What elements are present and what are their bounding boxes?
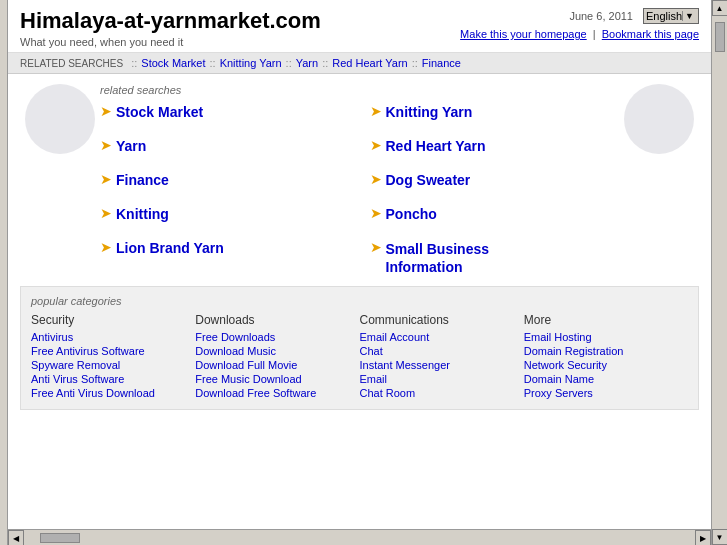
popular-link-free-anti-virus-download[interactable]: Free Anti Virus Download: [31, 387, 195, 399]
search-col-left: ➤ Stock Market ➤ Yarn ➤ Finance: [100, 104, 350, 276]
scroll-down-btn[interactable]: ▼: [712, 529, 728, 545]
popular-link-anti-virus-software[interactable]: Anti Virus Software: [31, 373, 195, 385]
search-item-knitting: ➤ Knitting: [100, 206, 350, 222]
popular-link-antivirus[interactable]: Antivirus: [31, 331, 195, 343]
search-item-dog-sweater: ➤ Dog Sweater: [370, 172, 620, 188]
popular-col-header-more: More: [524, 313, 688, 327]
popular-link-spyware[interactable]: Spyware Removal: [31, 359, 195, 371]
popular-link-email[interactable]: Email: [360, 373, 524, 385]
search-item-poncho: ➤ Poncho: [370, 206, 620, 222]
related-searches-label: related searches: [100, 84, 619, 96]
search-link-red-heart-yarn[interactable]: Red Heart Yarn: [386, 138, 486, 154]
popular-col-header-downloads: Downloads: [195, 313, 359, 327]
nav-sep-3: ::: [322, 57, 328, 69]
arrow-icon: ➤: [100, 239, 112, 255]
bookmark-link[interactable]: Bookmark this page: [602, 28, 699, 40]
search-link-small-business[interactable]: Small BusinessInformation: [386, 240, 490, 276]
popular-link-network-security[interactable]: Network Security: [524, 359, 688, 371]
language-selector[interactable]: English ▼: [643, 8, 699, 24]
search-link-poncho[interactable]: Poncho: [386, 206, 437, 222]
arrow-icon: ➤: [100, 137, 112, 153]
search-link-lion-brand-yarn[interactable]: Lion Brand Yarn: [116, 240, 224, 256]
popular-section: popular categories Security Antivirus Fr…: [20, 286, 699, 410]
site-title: Himalaya-at-yarnmarket.com: [20, 8, 321, 34]
arrow-icon: ➤: [370, 205, 382, 221]
search-link-finance[interactable]: Finance: [116, 172, 169, 188]
popular-link-download-free-software[interactable]: Download Free Software: [195, 387, 359, 399]
search-item-yarn: ➤ Yarn: [100, 138, 350, 154]
arrow-icon: ➤: [100, 103, 112, 119]
nav-label: RELATED SEARCHES: [20, 58, 123, 69]
popular-col-header-communications: Communications: [360, 313, 524, 327]
nav-sep-0: ::: [131, 57, 137, 69]
nav-item-stock-market[interactable]: Stock Market: [141, 57, 205, 69]
search-link-dog-sweater[interactable]: Dog Sweater: [386, 172, 471, 188]
popular-link-free-music-download[interactable]: Free Music Download: [195, 373, 359, 385]
search-link-stock-market[interactable]: Stock Market: [116, 104, 203, 120]
header-links: Make this your homepage | Bookmark this …: [460, 28, 699, 40]
popular-label: popular categories: [31, 295, 688, 307]
popular-link-chat[interactable]: Chat: [360, 345, 524, 357]
site-tagline: What you need, when you need it: [20, 36, 321, 48]
popular-link-download-music[interactable]: Download Music: [195, 345, 359, 357]
nav-item-yarn[interactable]: Yarn: [296, 57, 318, 69]
popular-link-email-account[interactable]: Email Account: [360, 331, 524, 343]
homepage-link[interactable]: Make this your homepage: [460, 28, 587, 40]
language-dropdown-btn[interactable]: ▼: [682, 11, 696, 21]
nav-item-knitting-yarn[interactable]: Knitting Yarn: [220, 57, 282, 69]
popular-link-domain-name[interactable]: Domain Name: [524, 373, 688, 385]
popular-link-download-full-movie[interactable]: Download Full Movie: [195, 359, 359, 371]
search-item-knitting-yarn: ➤ Knitting Yarn: [370, 104, 620, 120]
arrow-icon: ➤: [100, 171, 112, 187]
nav-sep-1: ::: [210, 57, 216, 69]
popular-link-instant-messenger[interactable]: Instant Messenger: [360, 359, 524, 371]
nav-item-finance[interactable]: Finance: [422, 57, 461, 69]
popular-link-chat-room[interactable]: Chat Room: [360, 387, 524, 399]
search-item-lion-brand-yarn: ➤ Lion Brand Yarn: [100, 240, 350, 256]
nav-item-red-heart-yarn[interactable]: Red Heart Yarn: [332, 57, 407, 69]
date-display: June 6, 2011: [569, 10, 633, 22]
decorative-right: [619, 84, 699, 154]
arrow-icon: ➤: [100, 205, 112, 221]
nav-sep-2: ::: [286, 57, 292, 69]
scroll-thumb-horizontal[interactable]: [40, 533, 80, 543]
search-link-knitting-yarn[interactable]: Knitting Yarn: [386, 104, 473, 120]
scroll-thumb-vertical[interactable]: [715, 22, 725, 52]
popular-link-free-downloads[interactable]: Free Downloads: [195, 331, 359, 343]
nav-sep-4: ::: [412, 57, 418, 69]
search-link-knitting[interactable]: Knitting: [116, 206, 169, 222]
search-col-right: ➤ Knitting Yarn ➤ Red Heart Yarn ➤ Dog S…: [370, 104, 620, 276]
arrow-icon: ➤: [370, 171, 382, 187]
popular-link-email-hosting[interactable]: Email Hosting: [524, 331, 688, 343]
popular-link-domain-registration[interactable]: Domain Registration: [524, 345, 688, 357]
decorative-left: [20, 84, 100, 154]
search-item-stock-market: ➤ Stock Market: [100, 104, 350, 120]
popular-col-header-security: Security: [31, 313, 195, 327]
arrow-icon: ➤: [370, 239, 382, 255]
language-value: English: [646, 10, 682, 22]
arrow-icon: ➤: [370, 137, 382, 153]
popular-col-security: Security Antivirus Free Antivirus Softwa…: [31, 313, 195, 401]
popular-col-more: More Email Hosting Domain Registration N…: [524, 313, 688, 401]
scroll-left-btn[interactable]: ◀: [8, 530, 24, 545]
arrow-icon: ➤: [370, 103, 382, 119]
search-item-red-heart-yarn: ➤ Red Heart Yarn: [370, 138, 620, 154]
scroll-up-btn[interactable]: ▲: [712, 0, 728, 16]
search-item-small-business: ➤ Small BusinessInformation: [370, 240, 620, 276]
nav-bar: RELATED SEARCHES :: Stock Market :: Knit…: [8, 53, 711, 74]
popular-link-proxy-servers[interactable]: Proxy Servers: [524, 387, 688, 399]
popular-link-free-antivirus[interactable]: Free Antivirus Software: [31, 345, 195, 357]
search-item-finance: ➤ Finance: [100, 172, 350, 188]
popular-col-downloads: Downloads Free Downloads Download Music …: [195, 313, 359, 401]
popular-col-communications: Communications Email Account Chat Instan…: [360, 313, 524, 401]
search-link-yarn[interactable]: Yarn: [116, 138, 146, 154]
scroll-right-btn[interactable]: ▶: [695, 530, 711, 545]
